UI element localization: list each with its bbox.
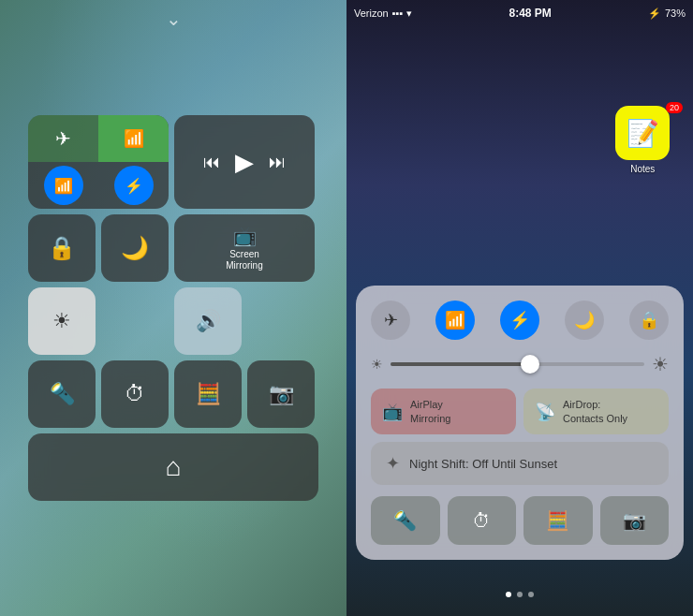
cc-row-1: ✈ 📶 📶 ⚡ ⏮ ▶ xyxy=(28,115,318,209)
screen-mirroring-button[interactable]: 📺 ScreenMirroring xyxy=(174,214,315,282)
control-center-left: ✈ 📶 📶 ⚡ ⏮ ▶ xyxy=(19,106,328,510)
calculator-icon: 🧮 xyxy=(196,382,221,406)
volume-icon: 🔊 xyxy=(196,309,221,333)
brightness-tile[interactable]: ☀ xyxy=(28,287,96,355)
brightness-icon: ☀ xyxy=(52,309,71,333)
wifi-icon: 📶 xyxy=(54,177,73,195)
media-tile: ⏮ ▶ ⏭ xyxy=(174,115,315,209)
notes-label: Notes xyxy=(630,164,655,174)
page-dot-2 xyxy=(517,592,523,597)
cc-wifi-icon: 📶 xyxy=(445,310,465,330)
ios-control-center-overlay: ✈ 📶 ⚡ 🌙 🔒 ☀ ☀ xyxy=(356,286,684,560)
brightness-slider-row: ☀ ☀ xyxy=(371,353,669,375)
page-dot-1 xyxy=(506,592,511,597)
flashlight-button[interactable]: 🔦 xyxy=(28,360,96,428)
notes-icon: 📝 xyxy=(615,106,670,160)
notes-badge: 20 xyxy=(666,102,683,113)
lock-rotation-button[interactable]: 🔒 xyxy=(28,214,96,282)
cc-camera-button[interactable]: 📷 xyxy=(600,496,670,545)
cc-row-5: ⌂ xyxy=(28,433,318,501)
cc-wifi-button[interactable]: 📶 xyxy=(435,301,475,340)
bluetooth-circle: ⚡ xyxy=(114,166,154,205)
cc-airplane-icon: ✈ xyxy=(384,310,398,330)
bluetooth-status-icon: ⚡ xyxy=(648,7,661,20)
wifi-button[interactable]: 📶 xyxy=(28,162,98,209)
brightness-min-icon: ☀ xyxy=(371,357,383,372)
cellular-icon: 📶 xyxy=(124,128,144,149)
volume-tile[interactable]: 🔊 xyxy=(174,287,242,355)
airplay-label: AirPlayMirroring xyxy=(410,398,450,425)
bluetooth-button[interactable]: ⚡ xyxy=(98,162,169,209)
app-notes[interactable]: 📝 20 Notes xyxy=(607,106,680,174)
home-button[interactable]: ⌂ xyxy=(28,433,318,501)
screen-mirroring-label: ScreenMirroring xyxy=(226,249,262,271)
airplane-mode-button[interactable]: ✈ xyxy=(28,115,98,162)
camera-icon: 📷 xyxy=(269,382,294,406)
cc-row-3: ☀ 🔊 xyxy=(28,287,318,355)
night-shift-button[interactable]: ✦ Night Shift: Off Until Sunset xyxy=(371,442,669,485)
cc-calculator-icon: 🧮 xyxy=(546,509,569,532)
moon-icon: 🌙 xyxy=(121,235,149,261)
battery-text: 73% xyxy=(665,7,686,19)
rewind-button[interactable]: ⏮ xyxy=(203,153,220,172)
brightness-slider[interactable] xyxy=(391,362,644,366)
wifi-circle: 📶 xyxy=(44,166,83,205)
connectivity-tile: ✈ 📶 📶 ⚡ xyxy=(28,115,169,209)
night-shift-icon: ✦ xyxy=(386,453,400,474)
cc-bluetooth-icon: ⚡ xyxy=(509,310,530,330)
cc-icons-row: ✈ 📶 ⚡ 🌙 🔒 xyxy=(371,301,669,340)
play-button[interactable]: ▶ xyxy=(235,148,254,177)
cc-flashlight-button[interactable]: 🔦 xyxy=(371,496,440,545)
home-icon: ⌂ xyxy=(166,452,182,482)
cc-airplane-button[interactable]: ✈ xyxy=(371,301,410,340)
status-time: 8:48 PM xyxy=(509,7,552,20)
camera-button[interactable]: 📷 xyxy=(247,360,315,428)
page-dot-3 xyxy=(528,592,534,597)
airdrop-button[interactable]: 📡 AirDrop:Contacts Only xyxy=(523,389,669,434)
cc-moon-icon: 🌙 xyxy=(574,310,595,330)
status-left: Verizon ▪▪▪ ▾ xyxy=(354,7,412,20)
calculator-button[interactable]: 🧮 xyxy=(174,360,242,428)
brightness-max-icon: ☀ xyxy=(652,353,669,375)
cc-camera-icon: 📷 xyxy=(623,509,646,532)
lock-rotation-icon: 🔒 xyxy=(48,235,76,261)
cc-timer-button[interactable]: ⏱ xyxy=(448,496,517,545)
status-bar: Verizon ▪▪▪ ▾ 8:48 PM ⚡ 73% xyxy=(346,0,693,26)
cc-lock-rotation-button[interactable]: 🔒 xyxy=(629,301,669,340)
airplay-icon: 📺 xyxy=(382,402,403,422)
cc-row-4: 🔦 ⏱ 🧮 📷 xyxy=(28,360,318,428)
cc-lock-icon: 🔒 xyxy=(639,310,659,330)
flashlight-icon: 🔦 xyxy=(50,382,75,406)
forward-button[interactable]: ⏭ xyxy=(269,153,286,172)
left-panel: ⌄ ✈ 📶 📶 ⚡ xyxy=(0,0,346,616)
cc-bluetooth-button[interactable]: ⚡ xyxy=(500,301,539,340)
cc-calculator-button[interactable]: 🧮 xyxy=(523,496,593,545)
cc-timer-icon: ⏱ xyxy=(472,510,491,532)
page-dots xyxy=(506,592,534,597)
status-right: ⚡ 73% xyxy=(648,7,686,20)
carrier-text: Verizon xyxy=(354,7,389,19)
cc-moon-button[interactable]: 🌙 xyxy=(565,301,604,340)
chevron-down-icon[interactable]: ⌄ xyxy=(166,7,182,30)
timer-icon: ⏱ xyxy=(125,382,145,406)
cc-flashlight-icon: 🔦 xyxy=(393,509,417,532)
airplay-mirroring-button[interactable]: 📺 AirPlayMirroring xyxy=(371,389,516,434)
cc-row-2: 🔒 🌙 📺 ScreenMirroring xyxy=(28,214,318,282)
night-shift-label: Night Shift: Off Until Sunset xyxy=(409,457,557,471)
cellular-button[interactable]: 📶 xyxy=(98,115,169,162)
timer-button[interactable]: ⏱ xyxy=(101,360,169,428)
signal-icon: ▪▪▪ xyxy=(392,7,404,19)
cc-action-buttons: 📺 AirPlayMirroring 📡 AirDrop:Contacts On… xyxy=(371,389,669,434)
do-not-disturb-button[interactable]: 🌙 xyxy=(101,214,169,282)
airdrop-label: AirDrop:Contacts Only xyxy=(563,398,627,425)
airplane-icon: ✈ xyxy=(55,127,71,150)
right-panel: Verizon ▪▪▪ ▾ 8:48 PM ⚡ 73% 💬 Messages M… xyxy=(346,0,693,616)
screen-mirror-icon: 📺 xyxy=(233,225,257,247)
slider-thumb[interactable] xyxy=(521,355,539,374)
bluetooth-icon: ⚡ xyxy=(125,177,143,195)
slider-fill xyxy=(391,362,530,366)
wifi-status-icon: ▾ xyxy=(406,7,412,20)
airdrop-icon: 📡 xyxy=(535,402,555,422)
cc-bottom-row: 🔦 ⏱ 🧮 📷 xyxy=(371,496,669,545)
